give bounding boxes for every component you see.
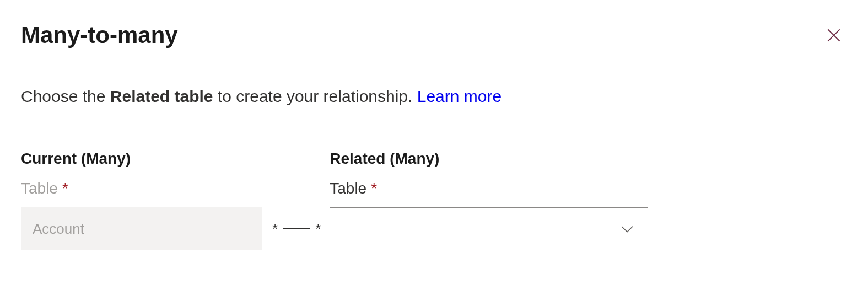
required-asterisk: *: [371, 180, 377, 197]
close-icon: [825, 26, 843, 44]
current-table-label: Table *: [21, 180, 262, 197]
dialog-description: Choose the Related table to create your …: [21, 87, 847, 106]
current-table-label-text: Table: [21, 180, 58, 197]
description-bold: Related table: [110, 87, 213, 105]
related-table-label-text: Table: [330, 180, 366, 197]
related-table-label: Table *: [330, 180, 648, 197]
current-column: Current (Many) Table * Account: [21, 150, 262, 250]
relationship-connector: * *: [262, 207, 330, 250]
description-prefix: Choose the: [21, 87, 110, 105]
learn-more-link[interactable]: Learn more: [417, 87, 502, 105]
relationship-columns: Current (Many) Table * Account * * Relat…: [21, 150, 847, 250]
required-asterisk: *: [62, 180, 68, 197]
connector-left-asterisk: *: [272, 221, 278, 238]
related-table-select[interactable]: [330, 207, 648, 250]
related-heading: Related (Many): [330, 150, 648, 168]
current-table-input: Account: [21, 207, 262, 250]
related-column: Related (Many) Table *: [330, 150, 648, 250]
chevron-down-icon: [618, 219, 637, 238]
description-suffix: to create your relationship.: [213, 87, 417, 105]
close-button[interactable]: [821, 22, 847, 49]
current-heading: Current (Many): [21, 150, 262, 168]
connector-line-icon: [283, 228, 310, 229]
current-table-value: Account: [33, 221, 251, 238]
connector-right-asterisk: *: [315, 221, 321, 238]
dialog-title: Many-to-many: [21, 22, 178, 49]
dialog-header: Many-to-many: [21, 22, 847, 49]
